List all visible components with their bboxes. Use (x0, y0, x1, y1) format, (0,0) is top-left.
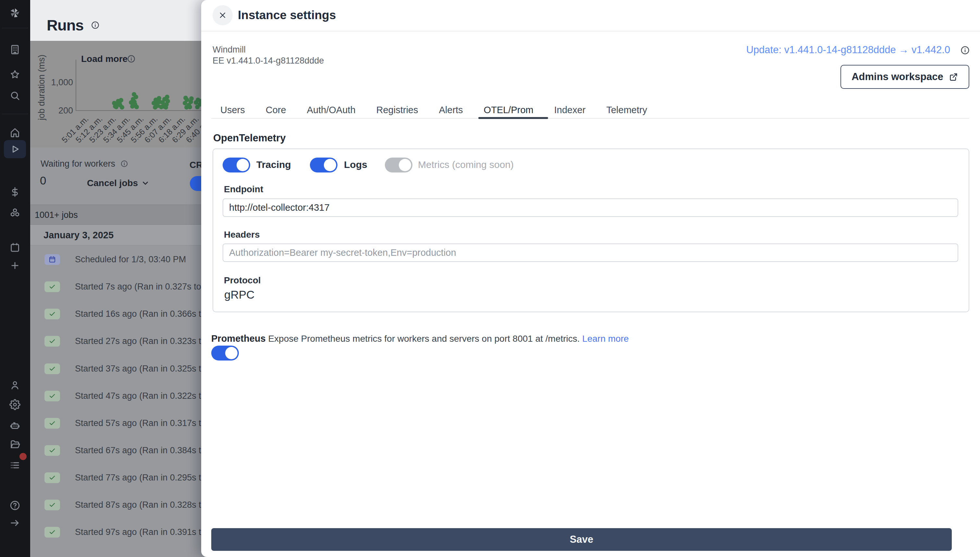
arrow-right-icon[interactable] (9, 517, 21, 529)
run-row[interactable]: Started 37s ago (Ran in 0.325s total) (44, 363, 218, 374)
check-icon (44, 282, 60, 292)
jobs-count: 1001+ jobs (35, 210, 78, 220)
runs-info-icon[interactable] (91, 21, 100, 29)
check-icon (44, 472, 60, 483)
run-row-scheduled[interactable]: Scheduled for 1/3, 03:40 PM (44, 254, 186, 265)
list-icon[interactable] (9, 459, 21, 471)
update-info-icon[interactable] (960, 46, 970, 55)
sidebar-divider (2, 114, 28, 114)
play-icon[interactable] (9, 143, 21, 155)
check-icon (44, 336, 60, 347)
tab-telemetry[interactable]: Telemetry (597, 103, 656, 118)
windmill-logo-icon[interactable] (9, 7, 21, 19)
check-icon (44, 418, 60, 428)
check-icon (44, 445, 60, 456)
folder-open-icon[interactable] (9, 439, 21, 450)
close-button[interactable] (212, 5, 233, 25)
waiting-for-workers-label: Waiting for workers (41, 159, 128, 169)
clipped-filter-label: CR (189, 160, 203, 170)
app-root: Runs Load more job duration (ms) 1,000 2… (0, 0, 980, 557)
tab-users[interactable]: Users (211, 103, 254, 118)
building-icon[interactable] (9, 44, 21, 55)
headers-input[interactable] (223, 243, 958, 262)
star-icon[interactable] (9, 69, 21, 80)
protocol-label: Protocol (224, 275, 261, 286)
dollar-icon[interactable] (9, 186, 21, 198)
tab-indexer[interactable]: Indexer (545, 103, 595, 118)
tab-registries[interactable]: Registries (368, 103, 427, 118)
check-icon (44, 363, 60, 374)
opentelemetry-panel (212, 148, 969, 312)
run-row[interactable]: Started 47s ago (Ran in 0.322s total) (44, 390, 218, 401)
metrics-label: Metrics (coming soon) (418, 159, 514, 170)
prometheus-description: Prometheus Expose Prometheus metrics for… (211, 333, 629, 344)
tab-auth-oauth[interactable]: Auth/OAuth (298, 103, 365, 118)
calendar-icon[interactable] (9, 241, 21, 253)
page-title: Runs (47, 16, 84, 34)
drawer-title: Instance settings (238, 8, 336, 22)
waiting-count: 0 (40, 174, 46, 187)
check-icon (44, 500, 60, 510)
endpoint-input[interactable] (223, 199, 958, 217)
run-row[interactable]: Started 27s ago (Ran in 0.323s total) (44, 336, 218, 347)
prometheus-toggle[interactable] (211, 345, 239, 360)
run-row[interactable]: Started 16s ago (Ran in 0.366s total) (44, 308, 218, 319)
header-divider (201, 31, 980, 31)
tab-otel-prom[interactable]: OTEL/Prom (475, 103, 542, 118)
run-row[interactable]: Started 97s ago (Ran in 0.391s total) (44, 526, 218, 537)
active-tab-underline (478, 117, 548, 119)
y-tick-200: 200 (44, 106, 73, 116)
run-row[interactable]: Started 7s ago (Ran in 0.327s total) (44, 281, 213, 292)
chart-load-more-label[interactable]: Load more (81, 54, 127, 64)
waiting-info-icon[interactable] (120, 160, 128, 168)
calendar-icon (44, 254, 60, 265)
instance-settings-drawer: Instance settings Windmill EE v1.441.0-1… (201, 0, 980, 557)
check-icon (44, 309, 60, 319)
run-row[interactable]: Started 87s ago (Ran in 0.328s total) (44, 499, 218, 510)
check-icon (44, 527, 60, 537)
logs-toggle[interactable] (310, 158, 338, 173)
help-icon[interactable] (9, 500, 21, 511)
user-icon[interactable] (9, 379, 21, 391)
chevron-down-icon (141, 179, 150, 187)
opentelemetry-heading: OpenTelemetry (213, 132, 286, 144)
tab-core[interactable]: Core (257, 103, 295, 118)
y-axis-line (76, 60, 76, 110)
version-string: EE v1.441.0-14-g81128ddde (212, 56, 324, 66)
protocol-value: gRPC (224, 288, 255, 301)
notification-badge (20, 453, 27, 460)
logs-label: Logs (344, 159, 368, 170)
endpoint-label: Endpoint (224, 184, 263, 194)
x-axis-line (76, 110, 202, 111)
load-more-info-icon[interactable] (127, 54, 136, 63)
y-tick-1000: 1,000 (44, 78, 73, 88)
update-version-link[interactable]: Update: v1.441.0-14-g81128ddde → v1.442.… (746, 44, 950, 56)
cancel-jobs-button[interactable]: Cancel jobs (87, 178, 150, 188)
search-icon[interactable] (9, 90, 21, 101)
plus-icon[interactable] (9, 260, 21, 271)
tab-alerts[interactable]: Alerts (430, 103, 472, 118)
run-row[interactable]: Started 57s ago (Ran in 0.317s total) (44, 418, 218, 428)
run-row[interactable]: Started 67s ago (Ran in 0.384s total) (44, 445, 218, 456)
learn-more-link[interactable]: Learn more (582, 334, 629, 344)
tracing-toggle[interactable] (223, 158, 250, 173)
admins-workspace-button[interactable]: Admins workspace (840, 65, 969, 89)
sidebar (0, 0, 30, 557)
settings-tabbar: Users Core Auth/OAuth Registries Alerts … (211, 103, 656, 118)
headers-label: Headers (224, 230, 260, 240)
gear-icon[interactable] (9, 399, 21, 410)
save-button[interactable]: Save (211, 528, 952, 551)
sidebar-divider (2, 28, 28, 28)
date-header: January 3, 2025 (44, 230, 114, 241)
bot-icon[interactable] (9, 420, 21, 431)
external-link-icon (949, 72, 958, 82)
run-row[interactable]: Started 77s ago (Ran in 0.295s total) (44, 472, 218, 483)
home-icon[interactable] (9, 127, 21, 138)
metrics-toggle[interactable] (385, 158, 412, 173)
check-icon (44, 391, 60, 401)
tracing-label: Tracing (256, 159, 291, 170)
boxes-icon[interactable] (9, 207, 21, 218)
tabbar-border (211, 118, 969, 119)
product-name: Windmill (212, 45, 246, 55)
prometheus-title: Prometheus (211, 333, 266, 344)
